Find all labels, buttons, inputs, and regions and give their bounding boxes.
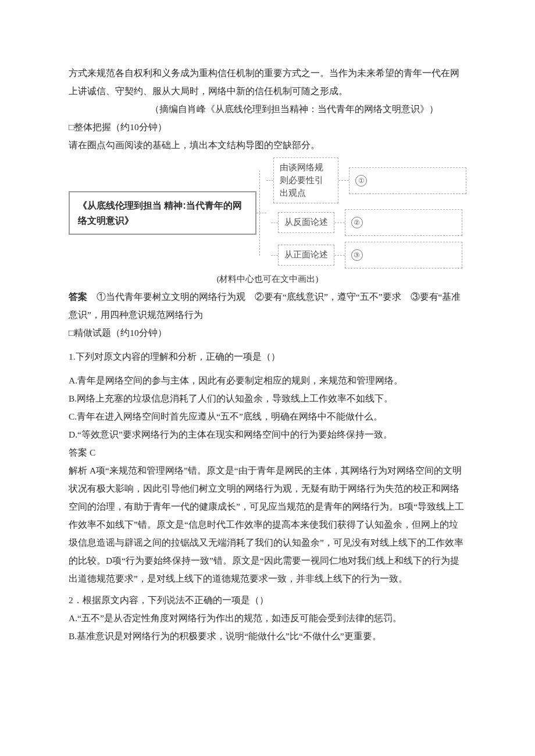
question-1-explanation: 解析 A项“来规范和管理网络”错。原文是“由于青年是网民的主体，其网络行为对网络… bbox=[69, 461, 466, 587]
diagram-blank-1: ① bbox=[349, 167, 466, 194]
instruction-line: 请在圈点勾画阅读的基础上，填出本文结构导图的空缺部分。 bbox=[69, 136, 466, 154]
option-b: B.基准意识是对网络行为的积极要求，说明“能做什么”比“不做什么”更重要。 bbox=[69, 627, 466, 645]
question-1-stem: 1.下列对原文内容的理解和分析，正确的一项是（） bbox=[69, 347, 466, 366]
diagram-connector bbox=[271, 255, 278, 256]
answer-label: 答案 bbox=[69, 292, 87, 302]
citation-line: （摘编自肖峰《从底线伦理到担当精神：当代青年的网络文明意识》） bbox=[69, 100, 466, 118]
diagram-node-positive: 从正面论述 bbox=[278, 245, 334, 266]
section-heading-exercises: □精做试题（约10分钟） bbox=[69, 324, 466, 342]
structure-diagram: 《从底线伦理到担当 精神:当代青年的网 络文明意识》 由谈网络规 则必要性引 出… bbox=[69, 157, 466, 268]
diagram-connector bbox=[266, 180, 273, 181]
option-a: A.青年是网络空间的参与主体，因此有必要制定相应的规则，来规范和管理网络。 bbox=[69, 371, 466, 389]
answer-block: 答案 ①当代青年要树立文明的网络行为观 ②要有“底线意识”，遵守“五不”要求 ③… bbox=[69, 288, 466, 324]
diagram-node-intro: 由谈网络规 则必要性引 出观点 bbox=[273, 157, 338, 203]
option-c: C.青年在进入网络空间时首先应遵从“五不”底线，明确在网络中不能做什么。 bbox=[69, 407, 466, 425]
document-page: 方式来规范各自权利和义务成为重构信任机制的重要方式之一。当作为未来希望的青年一代… bbox=[0, 0, 535, 756]
diagram-vertical-connector bbox=[259, 170, 260, 256]
circled-number-icon: ② bbox=[351, 217, 363, 228]
diagram-caption: (材料中心也可在文中画出) bbox=[69, 271, 466, 288]
circled-number-icon: ③ bbox=[351, 249, 363, 261]
option-b: B.网络上充塞的垃圾信息消耗了人们的认知盈余，导致线上工作效率不如线下。 bbox=[69, 389, 466, 407]
circled-number-icon: ① bbox=[355, 175, 367, 187]
question-2-stem: 2．根据原文内容，下列说法不正确的一项是（） bbox=[69, 591, 466, 609]
diagram-connector bbox=[271, 223, 278, 223]
section-heading-overview: □整体把握（约10分钟） bbox=[69, 118, 466, 136]
diagram-connector bbox=[338, 180, 349, 181]
diagram-blank-3: ③ bbox=[345, 242, 462, 268]
option-a: A.“五不”是从否定性角度对网络行为作出的规范，如违反可能会受到法律的惩罚。 bbox=[69, 609, 466, 627]
body-paragraph: 方式来规范各自权利和义务成为重构信任机制的重要方式之一。当作为未来希望的青年一代… bbox=[69, 64, 466, 100]
diagram-connector bbox=[334, 255, 345, 256]
diagram-node-negative: 从反面论述 bbox=[278, 212, 334, 233]
question-1-answer: 答案 C bbox=[69, 443, 466, 461]
diagram-blank-2: ② bbox=[345, 209, 462, 236]
diagram-source-box: 《从底线伦理到担当 精神:当代青年的网 络文明意识》 bbox=[69, 191, 256, 235]
answer-text: ①当代青年要树立文明的网络行为观 ②要有“底线意识”，遵守“五不”要求 ③要有“… bbox=[69, 292, 461, 320]
option-d: D.“等效意识”要求网络行为的主体在现实和网络空间中的行为要始终保持一致。 bbox=[69, 425, 466, 443]
diagram-connector bbox=[334, 223, 345, 223]
diagram-connector bbox=[256, 213, 266, 213]
